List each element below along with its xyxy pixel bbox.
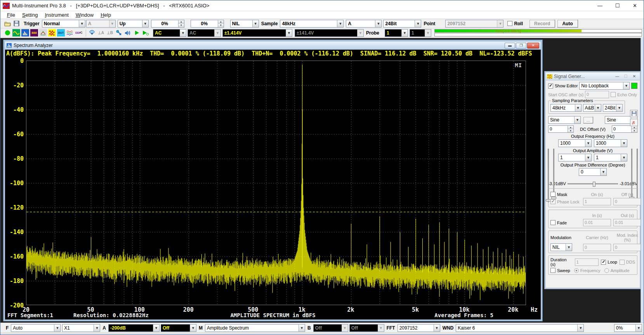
range-a-select[interactable]: ±1.414V▼ <box>222 29 292 37</box>
play-loop-icon[interactable] <box>142 29 149 36</box>
menu-setting[interactable]: Setting <box>19 11 41 19</box>
fade-in-input: 0.01 <box>583 219 611 226</box>
measurement-readout: A(dBFS): Peak Frequency= 1.0000160 kHz T… <box>5 50 541 57</box>
sample-channel-select[interactable]: A▼ <box>346 20 382 28</box>
roll-checkbox[interactable]: Roll <box>507 21 523 26</box>
siggen-close-button[interactable]: ✕ <box>630 74 639 78</box>
siggen-bits-select[interactable]: 24Bit▼ <box>603 104 623 112</box>
chevron-down-icon: ▼ <box>153 325 159 332</box>
siggen-channels-select[interactable]: A&B▼ <box>583 104 601 112</box>
menu-help[interactable]: Help <box>97 11 115 19</box>
spin-down-icon[interactable]: ▼ <box>218 24 224 27</box>
siggen-titlebar[interactable]: Signal Gener... — ☐ ✕ <box>546 73 640 80</box>
chevron-down-icon: ▼ <box>585 154 591 161</box>
multimeter-icon[interactable]: 888 <box>30 29 38 36</box>
maximize-button[interactable]: ☐ <box>609 0 626 11</box>
minimize-button[interactable]: — <box>591 0 609 11</box>
siggen-minimize-button[interactable]: — <box>613 74 621 78</box>
run-indicator-icon[interactable] <box>3 29 11 36</box>
spectrum-maximize-button[interactable]: ❐ <box>516 43 526 49</box>
spin-up-icon[interactable]: ▲ <box>179 20 184 24</box>
siggen-save-icon[interactable] <box>630 110 638 117</box>
waveform-more-button[interactable]: ... <box>583 116 593 123</box>
oscilloscope-icon[interactable] <box>12 29 20 36</box>
frequency-b-select[interactable]: 1000▼ <box>594 139 627 147</box>
signal-generator-window: Signal Gener... — ☐ ✕ Show Editor No Loo… <box>545 71 641 289</box>
loopback-select[interactable]: No Loopback▼ <box>579 82 630 90</box>
generator-run-indicator[interactable] <box>631 83 637 89</box>
workspace-scrollbar[interactable] <box>641 38 644 323</box>
persistence-a-select[interactable]: Off▼ <box>161 324 196 332</box>
balance-slider-handle[interactable] <box>593 182 595 187</box>
amplitude-a-select[interactable]: 1▼ <box>558 154 592 161</box>
spin-down-icon[interactable]: ▼ <box>568 129 573 132</box>
music-note-icon[interactable]: ♬ <box>630 119 638 126</box>
bit-depth-select[interactable]: 24Bit▼ <box>383 20 421 28</box>
siggen-sample-rate-select[interactable]: 48kHz▼ <box>550 104 582 112</box>
coupling-a-select[interactable]: AC▼ <box>153 29 186 37</box>
app-logo-icon <box>3 3 10 9</box>
probe-calibration-icon[interactable] <box>115 29 123 36</box>
spectrum-minimize-button[interactable]: ▬ <box>505 43 515 49</box>
phase-select[interactable]: 0▼ <box>579 168 607 176</box>
auto-button[interactable]: Auto <box>557 19 578 28</box>
fft-label: FFT <box>384 325 398 331</box>
range-b-bottom-select: Off▼ <box>313 324 348 332</box>
window-function-select[interactable]: Kaiser 6▼ <box>456 324 584 332</box>
play-icon[interactable] <box>133 29 141 36</box>
spectrum-3d-plot-icon[interactable] <box>39 29 47 36</box>
balance-slider[interactable] <box>568 183 618 184</box>
dc-offset-b-spinner[interactable]: 0▲▼ <box>612 125 637 133</box>
frequency-a-select[interactable]: 1000▼ <box>558 139 592 147</box>
chevron-down-icon: ▼ <box>621 154 627 161</box>
menu-instrument[interactable]: Instrument <box>41 11 72 19</box>
dc-offset-a-spinner[interactable]: 0▲▼ <box>548 125 574 133</box>
zoom-select[interactable]: X1▼ <box>62 324 100 332</box>
open-file-icon[interactable] <box>3 20 11 27</box>
spectrum-close-button[interactable]: ✕ <box>527 43 539 49</box>
show-editor-checkbox[interactable]: Show Editor <box>548 83 578 89</box>
fade-checkbox[interactable]: Fade <box>550 220 581 225</box>
probe-a-select[interactable]: 1▼ <box>385 29 408 37</box>
spin-up-icon[interactable]: ▲ <box>632 126 637 129</box>
waveform-a-select[interactable]: Sine▼ <box>548 116 581 124</box>
sweep-checkbox[interactable]: Sweep <box>550 268 570 273</box>
data-logger-plot-icon[interactable]: DDP <box>75 29 83 36</box>
signal-generator-icon[interactable] <box>48 29 56 36</box>
spectrum-plot-area: 0-20-40-60-80-100-120-140-160-180-200 20… <box>5 57 541 319</box>
save-icon[interactable] <box>12 20 20 27</box>
derived-data-point-icon[interactable] <box>66 29 74 36</box>
spectrum-window-icon <box>7 43 12 48</box>
menu-window[interactable]: Window <box>72 11 97 19</box>
trigger-edge-select[interactable]: Up▼ <box>118 20 149 28</box>
spectrum-analyzer-icon[interactable] <box>21 29 29 36</box>
analysis-mode-select[interactable]: Amplitude Spectrum▼ <box>205 324 305 332</box>
range-a-bottom-select[interactable]: -200dB▼ <box>108 324 160 332</box>
trigger-frequency-select[interactable]: NIL▼ <box>230 20 259 28</box>
loop-checkbox[interactable]: Loop <box>601 260 617 265</box>
spin-up-icon[interactable]: ▲ <box>218 20 224 24</box>
trigger-level-spinner[interactable]: 0%▲▼ <box>151 20 184 28</box>
spin-down-icon[interactable]: ▼ <box>179 24 184 27</box>
fft-size-select[interactable]: 2097152▼ <box>398 324 440 332</box>
frequency-axis-select[interactable]: Auto▼ <box>11 324 61 332</box>
carrier-input: 0 <box>583 244 611 251</box>
chevron-down-icon: ▼ <box>337 20 343 27</box>
window-title: Multi-Instrument Pro 3.8 - [+3DP+DLG+LCR… <box>12 3 209 9</box>
speaker-icon[interactable] <box>124 29 132 36</box>
trigger-delay-spinner[interactable]: 0%▲▼ <box>191 20 224 28</box>
spin-up-icon[interactable]: ▲ <box>568 126 573 129</box>
menu-file[interactable]: File <box>3 11 19 19</box>
device-under-test-icon[interactable]: DUT <box>57 29 65 36</box>
trigger-mode-select[interactable]: Normal▼ <box>42 20 85 28</box>
close-button[interactable]: ✕ <box>626 0 644 11</box>
sample-rate-select[interactable]: 48kHz▼ <box>280 20 344 28</box>
sound-device-icon[interactable] <box>88 29 96 36</box>
overlap-select[interactable]: 0%▼ <box>614 324 642 332</box>
mask-checkbox[interactable]: Mask <box>550 192 581 197</box>
modulation-select[interactable]: NIL▼ <box>550 243 572 251</box>
wnd-label: WND <box>440 325 456 331</box>
spin-down-icon[interactable]: ▼ <box>632 129 637 132</box>
amplitude-b-select[interactable]: 1▼ <box>594 154 627 161</box>
spectrum-titlebar[interactable]: Spectrum Analyzer ▬ ❐ ✕ <box>5 42 541 50</box>
